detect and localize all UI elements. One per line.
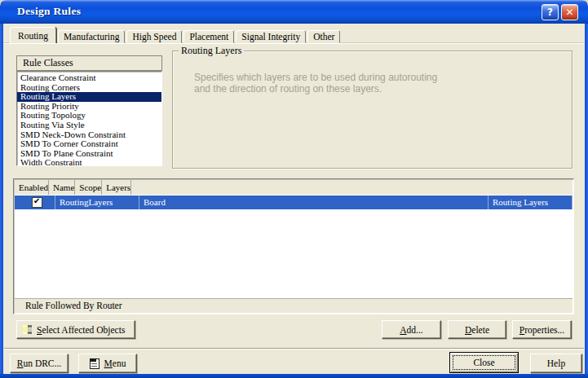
select-objects-icon xyxy=(23,325,32,334)
tab[interactable]: High Speed xyxy=(126,30,182,43)
tab[interactable]: Signal Integrity xyxy=(236,30,306,43)
titlebar[interactable]: Design Rules ? ✕ xyxy=(0,0,588,24)
table-header: Enabled Name Scope Layers xyxy=(15,180,573,195)
rule-class-label: Routing Layers xyxy=(20,91,76,101)
menu-icon xyxy=(90,358,99,369)
name-cell: RoutingLayers xyxy=(55,196,139,209)
rule-class-label: Routing Corners xyxy=(20,82,80,92)
rule-class-item[interactable]: Width Constraint xyxy=(17,158,161,166)
rule-class-label: Routing Via Style xyxy=(20,120,85,130)
delete-button-label: Delete xyxy=(465,325,489,335)
titlebar-close-button[interactable]: ✕ xyxy=(561,4,578,20)
tab-label: Routing xyxy=(18,31,48,41)
select-affected-objects-button[interactable]: Select Affected Objects xyxy=(16,320,135,339)
close-icon: ✕ xyxy=(565,7,573,18)
close-button[interactable]: Close xyxy=(449,352,519,373)
tab-label: Placement xyxy=(189,32,228,42)
tab-label: High Speed xyxy=(132,32,176,42)
tab[interactable]: Placement xyxy=(183,30,234,43)
routing-layers-groupbox: Routing Layers Specifies which layers ar… xyxy=(172,51,573,169)
window-border-left xyxy=(0,24,3,375)
rule-class-label: Routing Topology xyxy=(20,110,86,120)
properties-button[interactable]: Properties... xyxy=(512,320,572,339)
window-title: Design Rules xyxy=(17,5,81,18)
run-drc-button-label: Run DRC... xyxy=(17,358,61,368)
rule-class-label: Routing Priority xyxy=(20,101,79,111)
delete-button[interactable]: Delete xyxy=(448,320,506,339)
tab[interactable]: Manufacturing xyxy=(58,30,125,43)
window-border-bottom xyxy=(0,374,588,378)
help-button-label: Help xyxy=(547,358,565,368)
enabled-cell: ✔ xyxy=(15,196,55,209)
rule-classes-header: Rule Classes xyxy=(16,55,162,71)
tab-label: Other xyxy=(313,32,334,42)
tab-label: Manufacturing xyxy=(64,32,119,42)
rule-description: Specifies which layers are to be used du… xyxy=(194,73,439,94)
tab[interactable]: Routing xyxy=(10,27,56,43)
rules-table: Enabled Name Scope Layers ✔ RoutingLayer… xyxy=(13,178,574,314)
check-icon: ✔ xyxy=(33,196,40,206)
rule-class-label: SMD Neck-Down Constraint xyxy=(20,130,126,139)
rule-classes-list: Clearance Constraint Routing Corners Rou… xyxy=(16,71,162,166)
tab-label: Signal Integrity xyxy=(241,32,300,42)
titlebar-help-button[interactable]: ? xyxy=(542,4,559,20)
question-icon: ? xyxy=(547,7,553,18)
rule-class-label: Clearance Constraint xyxy=(20,73,96,82)
tab[interactable]: Other xyxy=(307,30,340,43)
add-button[interactable]: Add... xyxy=(382,320,441,339)
scope-cell: Board xyxy=(139,196,489,209)
menu-button-label: Menu xyxy=(104,358,126,368)
groupbox-title: Routing Layers xyxy=(179,45,244,56)
column-header[interactable]: Scope xyxy=(75,180,102,195)
enabled-checkbox[interactable]: ✔ xyxy=(32,197,42,208)
rule-class-label: Width Constraint xyxy=(20,157,82,166)
close-button-label: Close xyxy=(473,358,494,367)
table-footer-status: Rule Followed By Router xyxy=(15,298,573,313)
column-header[interactable]: Layers xyxy=(102,180,131,195)
bottom-separator xyxy=(4,348,584,349)
tab-bar: Routing Manufacturing High Speed Placeme… xyxy=(11,27,342,43)
table-row[interactable]: ✔ RoutingLayers Board Routing Layers xyxy=(15,196,573,209)
rule-class-label: SMD To Plane Constraint xyxy=(20,148,113,158)
select-affected-objects-label: Select Affected Objects xyxy=(37,325,125,335)
properties-button-label: Properties... xyxy=(519,325,564,335)
window-border-right xyxy=(585,24,588,375)
layers-cell: Routing Layers xyxy=(489,196,573,209)
add-button-label: Add... xyxy=(400,325,422,335)
run-drc-button[interactable]: Run DRC... xyxy=(10,354,69,373)
column-header[interactable]: Name xyxy=(49,180,75,195)
design-rules-dialog: Design Rules ? ✕ Routing Manufacturing H… xyxy=(0,0,588,378)
menu-button[interactable]: Menu xyxy=(78,354,137,373)
rule-class-label: SMD To Corner Constraint xyxy=(20,138,118,148)
column-header[interactable]: Enabled xyxy=(15,180,49,195)
help-button[interactable]: Help xyxy=(530,354,582,373)
